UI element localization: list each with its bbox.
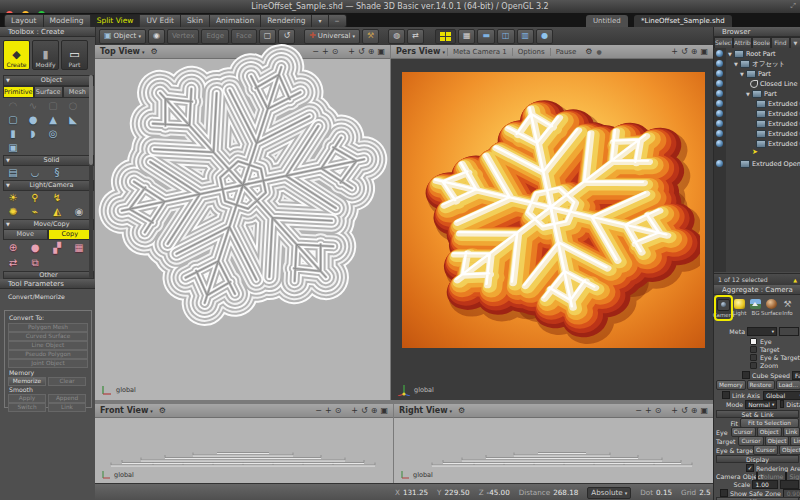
directional-light-icon[interactable]: ↯ [49, 191, 65, 204]
pers-camera-select[interactable]: Meta Camera 1 [447, 48, 512, 56]
link-axis-dropdown[interactable]: Global▾ [763, 391, 800, 400]
tree-row-extruded-closed[interactable]: Extruded Closed [756, 129, 800, 139]
tab-surface[interactable]: Surface [34, 86, 63, 98]
linear-light-icon[interactable]: ⌁ [27, 205, 43, 218]
transform-sphere-icon[interactable]: ● [27, 241, 43, 254]
memorize-button[interactable]: Memorize [8, 377, 46, 386]
orbit-icon[interactable]: ↺ [681, 406, 688, 415]
aggregate-tab-light[interactable]: Light [732, 297, 747, 319]
sphere-tool-button[interactable]: ◍ [388, 29, 405, 44]
workspace-tab-animation[interactable]: Animation [210, 15, 261, 27]
set-link-section-header[interactable]: Set & Link [716, 410, 799, 418]
transform-numeric-icon[interactable]: ⊕ [5, 241, 21, 254]
right-view-label[interactable]: Right View [394, 406, 448, 415]
lightcamera-section-header[interactable]: ▼ Light/Camera [3, 180, 94, 191]
right-viewport[interactable]: Right View ▾ ⚙ − + ⊙ + ↺ ⊕ ▣ [394, 404, 713, 483]
tab-mesh[interactable]: Mesh [63, 86, 92, 98]
smooth-apply-button[interactable]: Apply [8, 394, 46, 403]
camera-object-icon[interactable]: ◉ [71, 205, 87, 218]
dropdown-icon[interactable]: ▾ [150, 408, 153, 414]
mode-dropdown[interactable]: Normal▾ [745, 400, 777, 409]
tree-row-closed-line[interactable]: Closed Line [750, 79, 797, 89]
link-axis-row[interactable]: Link Axis Global▾ [716, 391, 800, 399]
smooth-append-button[interactable]: Append [48, 394, 86, 403]
flip-icon[interactable]: ⧉ [27, 256, 43, 269]
visibility-toggle[interactable] [716, 130, 723, 137]
curve-icon[interactable]: ∿ [25, 99, 41, 112]
circle-line-icon[interactable]: ○ [65, 99, 81, 112]
eye-radio-row[interactable]: Eye [716, 337, 800, 345]
solid-section-header[interactable]: ▼ Solid [3, 155, 94, 166]
object-section-header[interactable]: ▼ Object [3, 75, 94, 86]
meta-dropdown[interactable]: ▾ [747, 327, 777, 336]
solid-cup-icon[interactable]: ◡ [27, 166, 43, 179]
convert-joint-object-button[interactable]: Joint Object [8, 359, 88, 368]
aggregate-header[interactable]: Aggregate : Camera [714, 285, 800, 295]
workspace-tab-layout[interactable]: Layout [5, 15, 44, 27]
cube-speed-dropdown[interactable]: Fa▾ [792, 371, 800, 380]
workspace-tab-rendering[interactable]: Rendering [261, 15, 312, 27]
zoom-in-icon[interactable]: + [325, 406, 332, 415]
rendering-area-checkbox[interactable]: ✓ [746, 464, 754, 472]
aggregate-tab-info[interactable]: ⚒ Info [780, 297, 795, 319]
frame-icon[interactable]: ▣ [700, 47, 708, 56]
rect-line-icon[interactable]: ▢ [45, 99, 61, 112]
cube-primitive-icon[interactable]: ▣ [5, 141, 21, 154]
part-mode-button[interactable]: ▭ Part [61, 40, 88, 70]
pan-icon[interactable]: + [671, 406, 678, 415]
insertion-cursor-icon[interactable]: ➤ [752, 148, 758, 156]
scale-aux-field[interactable] [780, 480, 799, 489]
front-viewport[interactable]: Front View ▾ ⚙ − + ⊙ + ↺ ⊕ ▣ [95, 404, 393, 483]
meta-aux-dropdown[interactable] [779, 327, 799, 336]
convert-pseudo-polygon-button[interactable]: Pseudo Polygon [8, 350, 88, 359]
sphere-primitive-icon[interactable]: ● [25, 113, 41, 126]
gear-icon[interactable]: ⚙ [159, 406, 166, 415]
pan-icon[interactable]: + [671, 47, 678, 56]
solid-wire-icon[interactable]: § [49, 166, 65, 179]
zoom-lens-icon[interactable]: ⊙ [655, 406, 662, 415]
toolbox-header[interactable]: Toolbox : Create [0, 27, 95, 37]
zoom-radio-row[interactable]: Zoom 50.0 [716, 361, 800, 369]
workspace-collapse-icon[interactable]: − [329, 15, 346, 27]
transform-array-icon[interactable]: ▦ [71, 241, 87, 254]
load-button[interactable]: Load... [776, 380, 800, 390]
move-tab[interactable]: Move [3, 229, 48, 240]
shaded-view-button[interactable]: ● [536, 29, 553, 44]
workspace-tab-skin[interactable]: Skin [181, 15, 210, 27]
copy-tab[interactable]: Copy [48, 229, 93, 240]
wedge-primitive-icon[interactable]: ◣ [65, 113, 81, 126]
orbit-icon[interactable]: ↺ [361, 406, 368, 415]
quad-view-button[interactable]: ▥ [517, 29, 535, 44]
dual-view-button[interactable]: ◫ [497, 29, 515, 44]
restore-button[interactable]: Restore [747, 380, 775, 390]
zoom-fit-icon[interactable]: ⊕ [371, 406, 378, 415]
pers-options-menu[interactable]: Options [512, 48, 550, 56]
smooth-switch-button[interactable]: Switch [8, 403, 46, 412]
coordinate-mode-dropdown[interactable]: Absolute ▾ [587, 487, 631, 499]
rendering-area-row[interactable]: ✓ Rendering Area [716, 464, 800, 472]
smooth-link-button[interactable]: Link [48, 403, 86, 412]
frame-icon[interactable]: ▣ [380, 406, 388, 415]
target-radio[interactable] [750, 346, 757, 353]
cone-primitive-icon[interactable]: ▲ [45, 113, 61, 126]
tree-row-extruded-open-line[interactable]: Extruded Open Line [740, 159, 800, 169]
tree-row-offset-part[interactable]: ▼オフセット [734, 59, 785, 69]
safe-zone-row[interactable]: Show Safe Zone 0.90 [716, 489, 800, 497]
target-radio-row[interactable]: Target [716, 345, 800, 353]
pan-icon[interactable]: + [351, 406, 358, 415]
area-light-icon[interactable]: ✺ [5, 205, 21, 218]
pers-pause-button[interactable]: Pause [550, 48, 582, 56]
eye-radio[interactable] [750, 338, 757, 345]
resize-icon[interactable]: ⤢ [790, 2, 796, 10]
tree-row-part-2[interactable]: ▼Part [746, 89, 777, 99]
modify-mode-button[interactable]: ▮ Modify [32, 40, 59, 70]
pers-view-label[interactable]: Pers View [391, 47, 440, 56]
visibility-toggle[interactable] [716, 70, 723, 77]
tab-primitive[interactable]: Primitive [3, 86, 34, 98]
top-viewport[interactable]: Top View ▾ ⚙ − + ⊙ + ↺ ⊕ ▣ [95, 45, 390, 400]
visibility-toggle[interactable] [716, 90, 723, 97]
comment-icon[interactable]: ● [596, 48, 601, 55]
bezier-line-icon[interactable]: ◠ [5, 99, 21, 112]
frame-icon[interactable]: ▣ [700, 406, 708, 415]
capsule-primitive-icon[interactable]: ◗ [25, 127, 41, 140]
